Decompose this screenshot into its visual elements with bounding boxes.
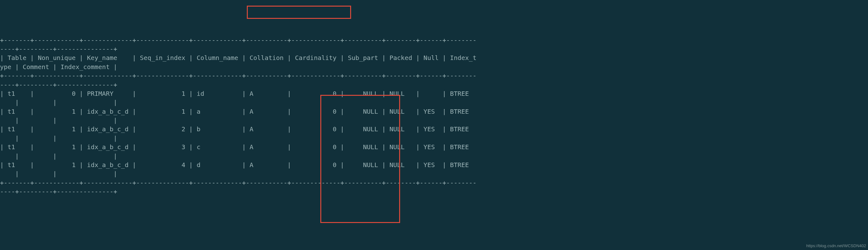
watermark-text: https://blog.csdn.net/WCSDN402 (806, 243, 866, 249)
terminal-output: +-------+------------+-------------+----… (0, 36, 476, 196)
highlight-seq-in-index-header (247, 6, 351, 19)
